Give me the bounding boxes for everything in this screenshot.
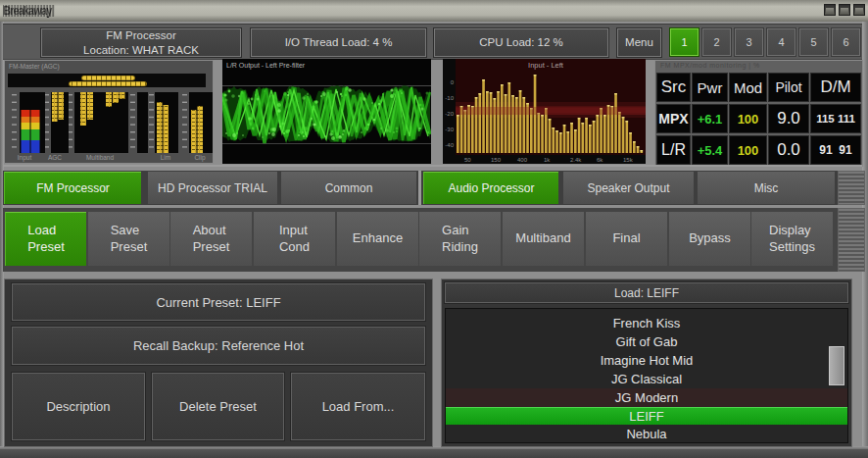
svg-text:15k: 15k bbox=[623, 157, 634, 163]
svg-text:AGC: AGC bbox=[48, 154, 62, 161]
svg-text:-30: -30 bbox=[445, 127, 454, 132]
svg-text:1k: 1k bbox=[544, 157, 551, 163]
svg-text:Input: Input bbox=[18, 154, 32, 162]
svg-text:-40: -40 bbox=[445, 142, 454, 148]
svg-text:Clip: Clip bbox=[194, 154, 206, 162]
svg-text:Multiband: Multiband bbox=[86, 154, 115, 161]
svg-text:-20: -20 bbox=[445, 111, 454, 117]
svg-text:400: 400 bbox=[517, 157, 528, 163]
svg-text:Lim: Lim bbox=[161, 154, 170, 161]
svg-text:L/R Output - Left Pre-filter: L/R Output - Left Pre-filter bbox=[226, 62, 306, 70]
svg-text:Input - Left: Input - Left bbox=[528, 61, 564, 70]
svg-text:50: 50 bbox=[464, 157, 471, 163]
svg-text:2.4k: 2.4k bbox=[570, 157, 582, 163]
svg-text:-10: -10 bbox=[445, 95, 454, 101]
svg-text:150: 150 bbox=[491, 157, 502, 163]
svg-text:FM-Master (AGC): FM-Master (AGC) bbox=[9, 63, 60, 71]
svg-text:6k: 6k bbox=[597, 157, 603, 163]
